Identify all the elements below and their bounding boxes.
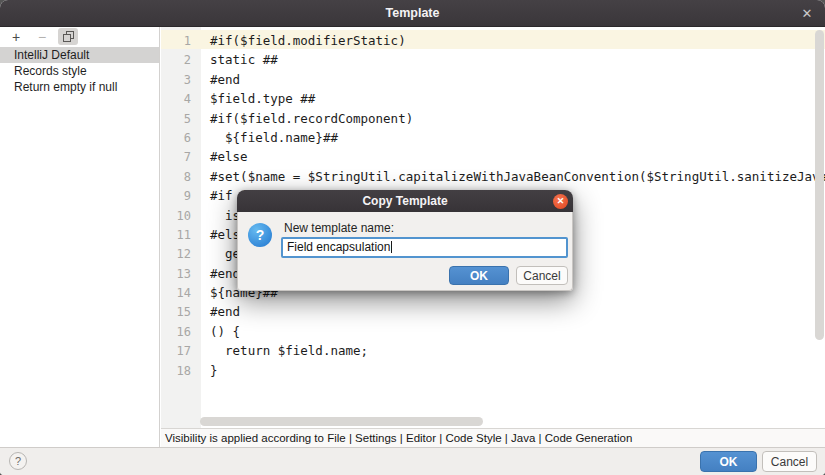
code-line[interactable]: 3#end [161,69,825,88]
line-number: 17 [161,342,191,361]
window-close-icon[interactable]: ✕ [796,0,818,27]
code-line[interactable]: 1#if($field.modifierStatic) [161,30,825,49]
visibility-note: Visibility is applied according to File … [161,428,825,447]
template-name-value: Field encapsulation [287,240,390,254]
text-caret [391,241,392,253]
code-text: #set($name = $StringUtil.capitalizeWithJ… [210,169,825,184]
question-icon: ? [248,223,272,247]
line-number: 15 [161,303,191,322]
code-line[interactable]: 4$field.type ## [161,88,825,107]
code-line[interactable]: 16() { [161,321,825,340]
copy-template-dialog: Copy Template ✕ ? New template name: Fie… [237,190,573,291]
template-name-input[interactable]: Field encapsulation [281,237,568,258]
code-text: () { [210,324,240,339]
line-number: 12 [161,245,191,264]
ok-button[interactable]: OK [700,451,757,472]
code-text: $field.type ## [210,91,315,106]
template-editor-window: Template ✕ + − IntelliJ DefaultRecords s… [0,0,825,475]
new-template-name-label: New template name: [284,221,394,235]
code-line[interactable]: 8#set($name = $StringUtil.capitalizeWith… [161,166,825,185]
template-list: IntelliJ DefaultRecords styleReturn empt… [0,47,159,95]
line-number: 18 [161,362,191,381]
copy-icon [63,31,74,42]
line-number: 9 [161,187,191,206]
copy-template-button[interactable] [58,28,78,45]
line-number: 2 [161,51,191,70]
code-text: return $field.name; [210,343,368,358]
line-number: 4 [161,90,191,109]
window-title: Template [0,0,825,27]
code-line[interactable]: 18} [161,360,825,379]
code-line[interactable]: 17 return $field.name; [161,340,825,359]
cancel-button[interactable]: Cancel [762,451,817,472]
code-line[interactable]: 2static ## [161,49,825,68]
template-list-item[interactable]: Records style [0,63,159,79]
code-text: #end [210,266,240,281]
code-text: #end [210,72,240,87]
copy-dialog-title: Copy Template [237,190,573,212]
code-text: static ## [210,52,278,67]
horizontal-scrollbar[interactable] [200,417,483,426]
template-list-item[interactable]: Return empty if null [0,79,159,95]
remove-template-button[interactable]: − [32,28,52,45]
code-line[interactable]: 6 ${field.name}## [161,127,825,146]
add-template-button[interactable]: + [6,28,26,45]
dialog-footer: ? OK Cancel [0,447,825,475]
help-icon[interactable]: ? [9,452,27,470]
template-list-item[interactable]: IntelliJ Default [0,47,159,63]
template-list-panel: + − IntelliJ DefaultRecords styleReturn … [0,27,160,447]
copy-dialog-ok-button[interactable]: OK [449,266,509,285]
code-line[interactable]: 15#end [161,301,825,320]
copy-dialog-body: ? New template name: Field encapsulation… [237,212,573,291]
copy-dialog-titlebar[interactable]: Copy Template ✕ [237,190,573,212]
code-text: #end [210,304,240,319]
code-text: #if($field.recordComponent) [210,111,413,126]
code-text: } [210,363,218,378]
code-line[interactable]: 7#else [161,146,825,165]
line-number: 7 [161,148,191,167]
template-list-toolbar: + − [0,27,159,46]
code-text: ${field.name}## [210,130,338,145]
code-text: #else [210,149,248,164]
code-line[interactable]: 5#if($field.recordComponent) [161,108,825,127]
code-text: #if($field.modifierStatic) [210,33,406,48]
window-titlebar[interactable]: Template ✕ [0,0,825,27]
vertical-scrollbar[interactable] [815,30,824,340]
copy-dialog-cancel-button[interactable]: Cancel [516,266,568,285]
copy-dialog-close-icon[interactable]: ✕ [553,194,568,209]
